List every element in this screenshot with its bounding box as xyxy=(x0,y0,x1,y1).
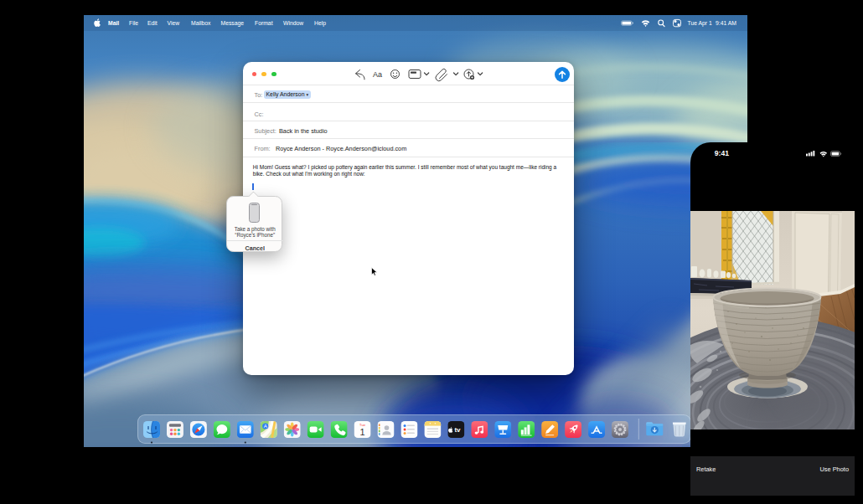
svg-text:tv: tv xyxy=(454,426,461,434)
svg-text:1: 1 xyxy=(359,427,364,437)
svg-text:Aa: Aa xyxy=(373,70,382,79)
